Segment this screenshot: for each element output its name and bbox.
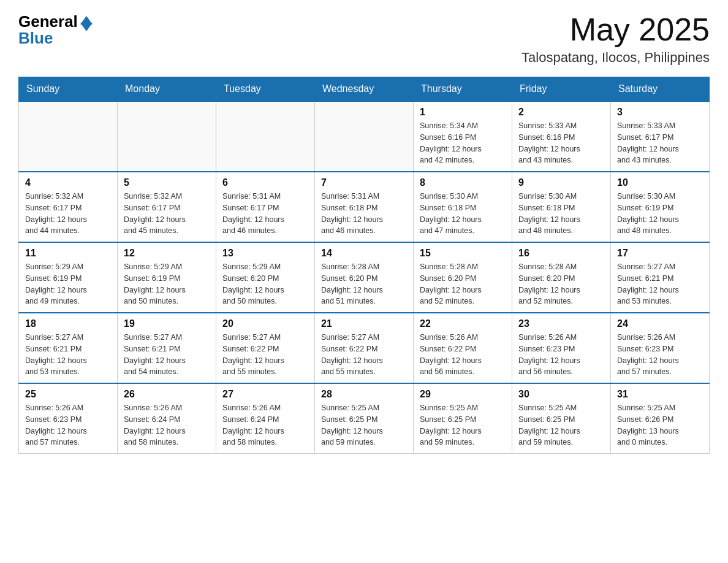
day-info: Sunrise: 5:26 AM Sunset: 6:23 PM Dayligh… — [617, 332, 703, 378]
day-info: Sunrise: 5:26 AM Sunset: 6:24 PM Dayligh… — [222, 402, 308, 448]
calendar-cell: 26Sunrise: 5:26 AM Sunset: 6:24 PM Dayli… — [118, 383, 216, 454]
day-number: 7 — [321, 177, 407, 188]
calendar-cell: 23Sunrise: 5:26 AM Sunset: 6:23 PM Dayli… — [512, 313, 611, 383]
calendar-cell: 14Sunrise: 5:28 AM Sunset: 6:20 PM Dayli… — [315, 242, 414, 313]
calendar-cell — [216, 101, 315, 172]
day-header-friday: Friday — [512, 77, 611, 102]
calendar-cell: 6Sunrise: 5:31 AM Sunset: 6:17 PM Daylig… — [216, 172, 315, 242]
calendar-cell: 17Sunrise: 5:27 AM Sunset: 6:21 PM Dayli… — [611, 242, 710, 313]
day-number: 23 — [518, 318, 604, 329]
calendar-cell: 15Sunrise: 5:28 AM Sunset: 6:20 PM Dayli… — [414, 242, 512, 313]
day-header-saturday: Saturday — [611, 77, 710, 102]
day-number: 18 — [25, 318, 111, 329]
week-row-5: 25Sunrise: 5:26 AM Sunset: 6:23 PM Dayli… — [19, 383, 710, 454]
day-header-sunday: Sunday — [19, 77, 118, 102]
day-headers-row: SundayMondayTuesdayWednesdayThursdayFrid… — [19, 77, 710, 102]
day-number: 20 — [222, 318, 308, 329]
day-number: 24 — [617, 318, 703, 329]
calendar-cell: 24Sunrise: 5:26 AM Sunset: 6:23 PM Dayli… — [611, 313, 710, 383]
calendar-cell — [315, 101, 414, 172]
day-number: 9 — [518, 177, 604, 188]
day-number: 11 — [25, 248, 111, 259]
day-info: Sunrise: 5:28 AM Sunset: 6:20 PM Dayligh… — [321, 261, 407, 307]
calendar-cell: 7Sunrise: 5:31 AM Sunset: 6:18 PM Daylig… — [315, 172, 414, 242]
calendar-cell: 22Sunrise: 5:26 AM Sunset: 6:22 PM Dayli… — [414, 313, 512, 383]
day-info: Sunrise: 5:26 AM Sunset: 6:22 PM Dayligh… — [420, 332, 506, 378]
day-number: 4 — [25, 177, 111, 188]
day-info: Sunrise: 5:29 AM Sunset: 6:20 PM Dayligh… — [222, 261, 308, 307]
week-row-4: 18Sunrise: 5:27 AM Sunset: 6:21 PM Dayli… — [19, 313, 710, 383]
day-info: Sunrise: 5:28 AM Sunset: 6:20 PM Dayligh… — [420, 261, 506, 307]
calendar-cell: 18Sunrise: 5:27 AM Sunset: 6:21 PM Dayli… — [19, 313, 118, 383]
day-info: Sunrise: 5:26 AM Sunset: 6:24 PM Dayligh… — [124, 402, 210, 448]
day-number: 30 — [518, 389, 604, 400]
day-info: Sunrise: 5:33 AM Sunset: 6:17 PM Dayligh… — [617, 120, 703, 166]
day-number: 12 — [124, 248, 210, 259]
day-number: 5 — [124, 177, 210, 188]
day-info: Sunrise: 5:29 AM Sunset: 6:19 PM Dayligh… — [25, 261, 111, 307]
calendar-cell: 21Sunrise: 5:27 AM Sunset: 6:22 PM Dayli… — [315, 313, 414, 383]
day-number: 29 — [420, 389, 506, 400]
calendar-cell: 20Sunrise: 5:27 AM Sunset: 6:22 PM Dayli… — [216, 313, 315, 383]
day-number: 28 — [321, 389, 407, 400]
week-row-3: 11Sunrise: 5:29 AM Sunset: 6:19 PM Dayli… — [19, 242, 710, 313]
day-info: Sunrise: 5:34 AM Sunset: 6:16 PM Dayligh… — [420, 120, 506, 166]
calendar-cell — [118, 101, 216, 172]
calendar-cell: 10Sunrise: 5:30 AM Sunset: 6:19 PM Dayli… — [611, 172, 710, 242]
day-number: 6 — [222, 177, 308, 188]
day-info: Sunrise: 5:27 AM Sunset: 6:21 PM Dayligh… — [25, 332, 111, 378]
calendar-cell: 16Sunrise: 5:28 AM Sunset: 6:20 PM Dayli… — [512, 242, 611, 313]
day-info: Sunrise: 5:27 AM Sunset: 6:21 PM Dayligh… — [124, 332, 210, 378]
day-info: Sunrise: 5:33 AM Sunset: 6:16 PM Dayligh… — [518, 120, 604, 166]
calendar-cell: 25Sunrise: 5:26 AM Sunset: 6:23 PM Dayli… — [19, 383, 118, 454]
day-info: Sunrise: 5:25 AM Sunset: 6:25 PM Dayligh… — [321, 402, 407, 448]
header: General Blue May 2025 Talospatang, Iloco… — [18, 12, 710, 66]
day-info: Sunrise: 5:30 AM Sunset: 6:18 PM Dayligh… — [518, 191, 604, 237]
day-info: Sunrise: 5:27 AM Sunset: 6:22 PM Dayligh… — [222, 332, 308, 378]
title-area: May 2025 Talospatang, Ilocos, Philippine… — [521, 12, 710, 66]
day-number: 19 — [124, 318, 210, 329]
day-info: Sunrise: 5:25 AM Sunset: 6:25 PM Dayligh… — [518, 402, 604, 448]
day-number: 2 — [518, 107, 604, 118]
week-row-2: 4Sunrise: 5:32 AM Sunset: 6:17 PM Daylig… — [19, 172, 710, 242]
day-info: Sunrise: 5:30 AM Sunset: 6:18 PM Dayligh… — [420, 191, 506, 237]
month-year-title: May 2025 — [521, 12, 710, 47]
day-number: 25 — [25, 389, 111, 400]
day-number: 1 — [420, 107, 506, 118]
day-info: Sunrise: 5:32 AM Sunset: 6:17 PM Dayligh… — [25, 191, 111, 237]
calendar-cell: 29Sunrise: 5:25 AM Sunset: 6:25 PM Dayli… — [414, 383, 512, 454]
calendar-cell: 5Sunrise: 5:32 AM Sunset: 6:17 PM Daylig… — [118, 172, 216, 242]
week-row-1: 1Sunrise: 5:34 AM Sunset: 6:16 PM Daylig… — [19, 101, 710, 172]
calendar-cell: 31Sunrise: 5:25 AM Sunset: 6:26 PM Dayli… — [611, 383, 710, 454]
logo-blue-text: Blue — [18, 29, 53, 48]
location-subtitle: Talospatang, Ilocos, Philippines — [521, 50, 710, 66]
day-number: 26 — [124, 389, 210, 400]
calendar-cell: 4Sunrise: 5:32 AM Sunset: 6:17 PM Daylig… — [19, 172, 118, 242]
calendar-cell: 13Sunrise: 5:29 AM Sunset: 6:20 PM Dayli… — [216, 242, 315, 313]
calendar-cell: 3Sunrise: 5:33 AM Sunset: 6:17 PM Daylig… — [611, 101, 710, 172]
day-number: 3 — [617, 107, 703, 118]
calendar-cell: 12Sunrise: 5:29 AM Sunset: 6:19 PM Dayli… — [118, 242, 216, 313]
day-info: Sunrise: 5:30 AM Sunset: 6:19 PM Dayligh… — [617, 191, 703, 237]
day-header-thursday: Thursday — [414, 77, 512, 102]
calendar-cell: 19Sunrise: 5:27 AM Sunset: 6:21 PM Dayli… — [118, 313, 216, 383]
calendar-cell: 1Sunrise: 5:34 AM Sunset: 6:16 PM Daylig… — [414, 101, 512, 172]
day-number: 21 — [321, 318, 407, 329]
day-number: 13 — [222, 248, 308, 259]
calendar-cell: 30Sunrise: 5:25 AM Sunset: 6:25 PM Dayli… — [512, 383, 611, 454]
day-header-wednesday: Wednesday — [315, 77, 414, 102]
day-number: 14 — [321, 248, 407, 259]
day-number: 22 — [420, 318, 506, 329]
calendar-table: SundayMondayTuesdayWednesdayThursdayFrid… — [18, 77, 710, 454]
day-header-tuesday: Tuesday — [216, 77, 315, 102]
calendar-cell: 28Sunrise: 5:25 AM Sunset: 6:25 PM Dayli… — [315, 383, 414, 454]
day-info: Sunrise: 5:25 AM Sunset: 6:25 PM Dayligh… — [420, 402, 506, 448]
day-info: Sunrise: 5:32 AM Sunset: 6:17 PM Dayligh… — [124, 191, 210, 237]
calendar-cell: 2Sunrise: 5:33 AM Sunset: 6:16 PM Daylig… — [512, 101, 611, 172]
day-number: 17 — [617, 248, 703, 259]
day-number: 8 — [420, 177, 506, 188]
day-info: Sunrise: 5:26 AM Sunset: 6:23 PM Dayligh… — [518, 332, 604, 378]
day-number: 15 — [420, 248, 506, 259]
day-header-monday: Monday — [118, 77, 216, 102]
calendar-cell: 8Sunrise: 5:30 AM Sunset: 6:18 PM Daylig… — [414, 172, 512, 242]
